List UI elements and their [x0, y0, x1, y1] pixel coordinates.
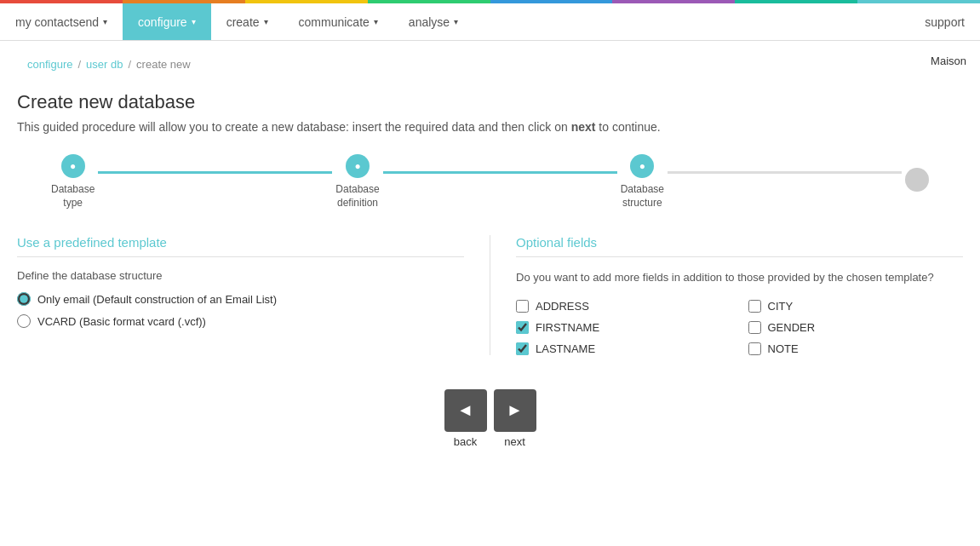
nav-buttons-row: ◄ ► — [444, 389, 536, 432]
radio-vcard-label: VCARD (Basic format vcard (.vcf)) — [37, 315, 206, 328]
optional-description: Do you want to add more fields in additi… — [516, 269, 963, 286]
next-button[interactable]: ► — [494, 389, 536, 432]
left-section-title: Use a predefined template — [17, 235, 464, 257]
nav-item-create[interactable]: create ▾ — [211, 3, 284, 40]
stepper-circle-1: ● — [61, 154, 85, 178]
stepper-label-1: Databasetype — [51, 183, 95, 210]
stepper-label-2: Databasedefinition — [335, 183, 379, 210]
checkbox-lastname[interactable] — [516, 342, 529, 355]
stepper-step-1: ● Databasetype — [51, 154, 95, 210]
nav-btn-labels: back next — [444, 435, 536, 448]
field-city[interactable]: CITY — [748, 300, 964, 313]
stepper-step-3: ● Databasestructure — [621, 154, 664, 210]
label-gender: GENDER — [768, 321, 816, 334]
stepper-circle-4 — [905, 168, 929, 192]
nav-item-my-contactsend[interactable]: my contactsend ▾ — [0, 3, 123, 40]
breadcrumb-sep-1: / — [77, 58, 81, 71]
nav-label-communicate: communicate — [299, 15, 370, 29]
stepper: ● Databasetype ● Databasedefinition ● Da… — [51, 154, 929, 210]
stepper-circle-2: ● — [346, 154, 370, 178]
stepper-line-1 — [98, 171, 332, 174]
field-lastname[interactable]: LASTNAME — [516, 342, 731, 355]
checkbox-firstname[interactable] — [516, 321, 529, 334]
nav-label-my-contactsend: my contactsend — [15, 15, 99, 29]
right-column: Optional fields Do you want to add more … — [490, 235, 963, 355]
nav-caret-my-contactsend: ▾ — [103, 17, 107, 26]
label-lastname: LASTNAME — [536, 342, 595, 355]
field-note[interactable]: NOTE — [748, 342, 964, 355]
nav-caret-create: ▾ — [264, 17, 268, 26]
nav-caret-communicate: ▾ — [374, 17, 378, 26]
breadcrumb-link-userdb[interactable]: user db — [86, 58, 123, 71]
nav-item-configure[interactable]: configure ▾ — [123, 3, 211, 40]
label-address: ADDRESS — [536, 300, 589, 313]
back-label: back — [444, 435, 487, 448]
field-gender[interactable]: GENDER — [748, 321, 964, 334]
desc-bold: next — [571, 120, 596, 134]
page-title: Create new database — [17, 91, 963, 113]
stepper-line-3 — [668, 171, 902, 174]
stepper-step-4 — [905, 168, 929, 197]
radio-vcard[interactable]: VCARD (Basic format vcard (.vcf)) — [17, 314, 464, 328]
checkbox-address[interactable] — [516, 300, 529, 313]
nav-label-configure: configure — [138, 15, 187, 29]
checkbox-note[interactable] — [748, 342, 761, 355]
two-col-layout: Use a predefined template Define the dat… — [17, 235, 963, 355]
radio-only-email-label: Only email (Default construction of an E… — [37, 293, 277, 306]
desc-end: to continue. — [595, 120, 660, 134]
label-note: NOTE — [768, 342, 799, 355]
stepper-circle-3: ● — [630, 154, 654, 178]
next-icon: ► — [507, 400, 524, 420]
label-city: CITY — [768, 300, 794, 313]
nav-caret-configure: ▾ — [192, 17, 196, 26]
page-description: This guided procedure will allow you to … — [17, 120, 963, 134]
breadcrumb-sep-2: / — [128, 58, 131, 71]
checkbox-city[interactable] — [748, 300, 761, 313]
back-icon: ◄ — [457, 400, 474, 420]
top-nav: my contactsend ▾ configure ▾ create ▾ co… — [0, 3, 980, 41]
left-column: Use a predefined template Define the dat… — [17, 235, 490, 355]
optional-fields-grid: ADDRESS CITY FIRSTNAME GENDER LASTNAME — [516, 300, 963, 355]
user-label: Maison — [931, 55, 966, 67]
desc-start: This guided procedure will allow you to … — [17, 120, 571, 134]
radio-only-email[interactable]: Only email (Default construction of an E… — [17, 292, 464, 306]
checkbox-gender[interactable] — [748, 321, 761, 334]
label-firstname: FIRSTNAME — [536, 321, 599, 334]
breadcrumb: configure / user db / create new — [14, 48, 204, 74]
field-address[interactable]: ADDRESS — [516, 300, 731, 313]
nav-item-communicate[interactable]: communicate ▾ — [284, 3, 393, 40]
right-section-title: Optional fields — [516, 235, 963, 257]
next-label: next — [494, 435, 536, 448]
nav-label-analyse: analyse — [409, 15, 450, 29]
nav-item-analyse[interactable]: analyse ▾ — [393, 3, 473, 40]
nav-item-support[interactable]: support — [909, 3, 980, 40]
breadcrumb-link-configure[interactable]: configure — [27, 58, 72, 71]
stepper-line-2 — [383, 171, 617, 174]
nav-label-support: support — [925, 15, 965, 29]
breadcrumb-current: create new — [136, 58, 191, 71]
radio-vcard-input[interactable] — [17, 314, 31, 328]
nav-buttons: ◄ ► back next — [17, 389, 963, 448]
stepper-step-2: ● Databasedefinition — [335, 154, 379, 210]
nav-label-create: create — [226, 15, 260, 29]
nav-caret-analyse: ▾ — [454, 17, 458, 26]
field-firstname[interactable]: FIRSTNAME — [516, 321, 731, 334]
stepper-label-3: Databasestructure — [621, 183, 664, 210]
radio-only-email-input[interactable] — [17, 292, 31, 306]
breadcrumb-row: configure / user db / create new Maison — [0, 41, 980, 78]
page-content: Create new database This guided procedur… — [0, 78, 980, 462]
left-section-subtitle: Define the database structure — [17, 269, 464, 282]
back-button[interactable]: ◄ — [444, 389, 487, 432]
